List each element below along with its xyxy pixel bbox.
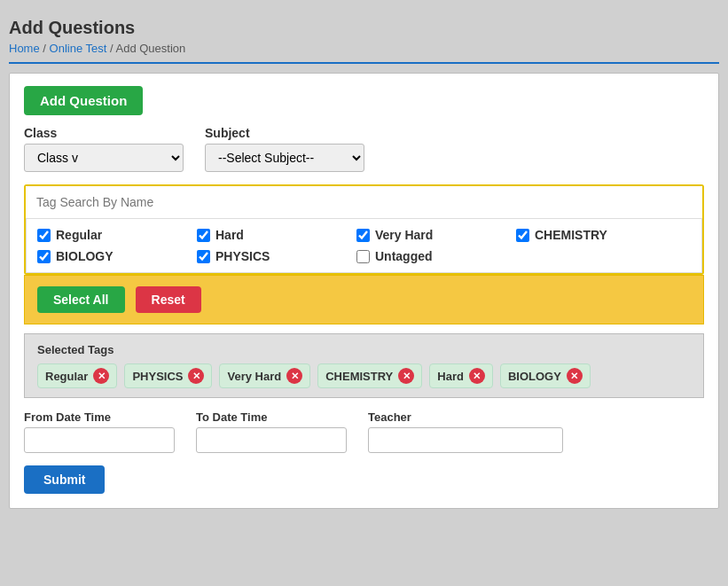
teacher-group: Teacher [368, 410, 563, 453]
breadcrumb-online-test[interactable]: Online Test [50, 42, 107, 55]
teacher-label: Teacher [368, 410, 563, 424]
header-divider [9, 62, 719, 64]
checkbox-regular: Regular [37, 228, 197, 242]
tag-hard-remove[interactable]: ✕ [469, 368, 485, 384]
reset-button[interactable]: Reset [136, 286, 201, 313]
actions-bar: Select All Reset [24, 275, 704, 324]
submit-button[interactable]: Submit [24, 465, 105, 494]
tag-very-hard: Very Hard ✕ [219, 363, 310, 388]
tag-chemistry-label: CHEMISTRY [325, 370, 393, 383]
breadcrumb-sep1: / [43, 42, 49, 55]
checkbox-biology-label: BIOLOGY [56, 249, 114, 263]
checkbox-regular-input[interactable] [37, 229, 51, 242]
checkbox-regular-label: Regular [56, 228, 102, 242]
class-subject-row: Class Class v Class vi Class vii Class v… [24, 126, 704, 172]
teacher-input[interactable] [368, 427, 563, 453]
class-label: Class [24, 126, 184, 140]
tag-chemistry-remove[interactable]: ✕ [398, 368, 414, 384]
checkboxes-section: Regular Hard Very Hard CHEMISTRY [26, 218, 702, 273]
breadcrumb-current: Add Question [115, 42, 185, 55]
to-date-label: To Date Time [196, 410, 347, 424]
select-all-button[interactable]: Select All [37, 286, 125, 313]
tag-very-hard-remove[interactable]: ✕ [286, 368, 302, 384]
date-teacher-row: From Date Time To Date Time Teacher [24, 410, 704, 453]
checkbox-untagged-label: Untagged [375, 249, 433, 263]
checkbox-very-hard: Very Hard [356, 228, 516, 242]
tag-regular-remove[interactable]: ✕ [93, 368, 109, 384]
tag-physics-remove[interactable]: ✕ [188, 368, 204, 384]
to-date-input[interactable] [196, 427, 347, 453]
tag-biology-label: BIOLOGY [508, 370, 561, 383]
checkbox-row-2: BIOLOGY PHYSICS Untagged [37, 249, 691, 263]
checkbox-untagged: Untagged [356, 249, 516, 263]
selected-tags-section: Selected Tags Regular ✕ PHYSICS ✕ Very H… [24, 333, 704, 398]
tag-biology: BIOLOGY ✕ [500, 363, 591, 388]
to-date-group: To Date Time [196, 410, 347, 453]
checkbox-chemistry-input[interactable] [516, 229, 529, 242]
tag-hard: Hard ✕ [429, 363, 493, 388]
class-select[interactable]: Class v Class vi Class vii Class viii Cl… [24, 144, 184, 172]
add-question-button[interactable]: Add Question [24, 86, 143, 115]
tag-hard-label: Hard [437, 370, 464, 383]
checkbox-biology: BIOLOGY [37, 249, 197, 263]
checkbox-untagged-input[interactable] [356, 250, 370, 263]
from-date-label: From Date Time [24, 410, 175, 424]
tags-list: Regular ✕ PHYSICS ✕ Very Hard ✕ CHEMISTR… [37, 363, 691, 388]
from-date-input[interactable] [24, 427, 175, 453]
tag-regular: Regular ✕ [37, 363, 117, 388]
checkbox-physics: PHYSICS [197, 249, 356, 263]
tag-regular-label: Regular [45, 370, 88, 383]
page-title: Add Questions [9, 9, 719, 42]
breadcrumb: Home / Online Test / Add Question [9, 42, 719, 55]
breadcrumb-home[interactable]: Home [9, 42, 40, 55]
selected-tags-label: Selected Tags [37, 343, 691, 356]
tag-chemistry: CHEMISTRY ✕ [317, 363, 422, 388]
main-card: Add Question Class Class v Class vi Clas… [9, 73, 719, 509]
subject-label: Subject [205, 126, 364, 140]
checkbox-row-1: Regular Hard Very Hard CHEMISTRY [37, 228, 691, 242]
checkbox-hard-input[interactable] [197, 229, 210, 242]
checkbox-physics-label: PHYSICS [215, 249, 270, 263]
tag-physics-label: PHYSICS [132, 370, 183, 383]
tag-biology-remove[interactable]: ✕ [567, 368, 583, 384]
checkbox-very-hard-input[interactable] [356, 229, 370, 242]
checkbox-very-hard-label: Very Hard [375, 228, 433, 242]
subject-select[interactable]: --Select Subject-- Mathematics Science E… [205, 144, 364, 172]
subject-group: Subject --Select Subject-- Mathematics S… [205, 126, 364, 172]
checkbox-chemistry: CHEMISTRY [516, 228, 676, 242]
class-group: Class Class v Class vi Class vii Class v… [24, 126, 184, 172]
tag-search-input[interactable] [26, 186, 702, 218]
checkbox-chemistry-label: CHEMISTRY [535, 228, 607, 242]
checkbox-hard-label: Hard [215, 228, 244, 242]
checkbox-biology-input[interactable] [37, 250, 51, 263]
checkbox-hard: Hard [197, 228, 356, 242]
tag-physics: PHYSICS ✕ [124, 363, 212, 388]
tag-very-hard-label: Very Hard [227, 370, 281, 383]
from-date-group: From Date Time [24, 410, 175, 453]
checkbox-physics-input[interactable] [197, 250, 210, 263]
tag-search-box: Regular Hard Very Hard CHEMISTRY [24, 184, 704, 275]
